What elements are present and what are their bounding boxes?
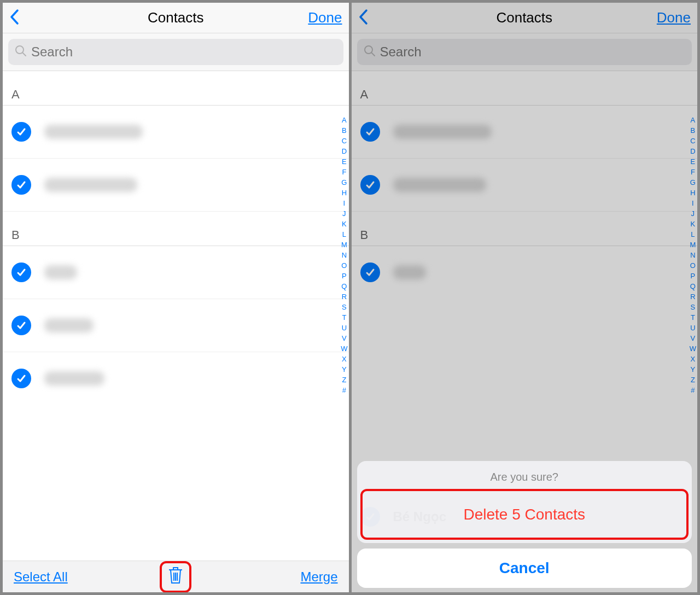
- contact-list[interactable]: AB ABCDEFGHIJKLMNOPQRSTUVWXYZ#: [3, 71, 349, 561]
- search-bar: [3, 33, 349, 71]
- alpha-index-letter[interactable]: F: [341, 167, 347, 177]
- alpha-index-letter[interactable]: W: [341, 343, 347, 354]
- checkmark-icon[interactable]: [11, 316, 31, 335]
- toolbar: Select All Merge: [3, 561, 349, 592]
- alpha-index-letter[interactable]: F: [690, 167, 696, 177]
- alpha-index-letter[interactable]: Q: [690, 281, 696, 291]
- trash-icon[interactable]: [167, 565, 184, 588]
- alpha-index-letter[interactable]: D: [341, 146, 347, 156]
- alpha-index-letter[interactable]: Z: [690, 375, 696, 385]
- search-field[interactable]: [8, 39, 343, 65]
- contact-row[interactable]: [3, 352, 349, 405]
- alpha-index-letter[interactable]: X: [341, 354, 347, 364]
- alpha-index-letter[interactable]: J: [690, 208, 696, 219]
- alpha-index-letter[interactable]: I: [341, 198, 347, 208]
- alpha-index-letter[interactable]: O: [341, 260, 347, 271]
- alpha-index-letter[interactable]: I: [690, 198, 696, 208]
- back-icon[interactable]: [9, 9, 20, 27]
- alpha-index-letter[interactable]: #: [690, 385, 696, 395]
- alpha-index-letter[interactable]: H: [341, 188, 347, 198]
- alpha-index-letter[interactable]: C: [690, 136, 696, 146]
- alpha-index-letter[interactable]: Z: [341, 375, 347, 385]
- alpha-index-letter[interactable]: #: [341, 385, 347, 395]
- contact-row[interactable]: [3, 246, 349, 299]
- cancel-button[interactable]: Cancel: [357, 549, 692, 588]
- alpha-index-letter[interactable]: V: [341, 333, 347, 343]
- alpha-index-letter[interactable]: N: [690, 250, 696, 260]
- alpha-index-letter[interactable]: E: [690, 156, 696, 167]
- alpha-index-letter[interactable]: G: [690, 177, 696, 188]
- alpha-index-letter[interactable]: M: [690, 240, 696, 250]
- select-all-button[interactable]: Select All: [14, 569, 68, 585]
- alpha-index-letter[interactable]: S: [690, 302, 696, 312]
- contact-name-blurred: [44, 371, 104, 386]
- alpha-index-letter[interactable]: S: [341, 302, 347, 312]
- alpha-index-letter[interactable]: R: [690, 291, 696, 302]
- alpha-index-letter[interactable]: P: [341, 271, 347, 281]
- contact-name-blurred: [44, 178, 137, 192]
- alpha-index-letter[interactable]: M: [341, 240, 347, 250]
- alpha-index-letter[interactable]: W: [690, 343, 696, 354]
- alpha-index-letter[interactable]: J: [341, 208, 347, 219]
- contact-row[interactable]: [3, 106, 349, 159]
- done-button[interactable]: Done: [308, 9, 342, 26]
- alpha-index-letter[interactable]: E: [341, 156, 347, 167]
- alpha-index-letter[interactable]: D: [690, 146, 696, 156]
- done-button: Done: [657, 9, 691, 26]
- contact-name-blurred: [393, 178, 486, 192]
- alpha-index-letter[interactable]: K: [690, 219, 696, 229]
- contact-row[interactable]: [3, 159, 349, 212]
- contact-name-blurred: [393, 265, 426, 279]
- alpha-index-letter[interactable]: H: [690, 188, 696, 198]
- alpha-index-letter[interactable]: Y: [341, 364, 347, 375]
- alpha-index-letter[interactable]: T: [690, 312, 696, 323]
- alpha-index-letter[interactable]: A: [341, 115, 347, 125]
- action-sheet-title: Are you sure?: [357, 461, 692, 489]
- checkmark-icon[interactable]: [360, 122, 380, 142]
- alpha-index-letter[interactable]: G: [341, 177, 347, 188]
- alpha-index-letter[interactable]: L: [690, 229, 696, 240]
- alpha-index-letter[interactable]: A: [690, 115, 696, 125]
- alpha-index-letter[interactable]: P: [690, 271, 696, 281]
- delete-contacts-button[interactable]: Delete 5 Contacts: [363, 491, 687, 538]
- svg-line-1: [23, 53, 26, 56]
- action-sheet-group: Are you sure? Delete 5 Contacts: [357, 461, 692, 543]
- checkmark-icon[interactable]: [11, 262, 31, 282]
- contact-name-blurred: [44, 125, 143, 139]
- checkmark-icon[interactable]: [11, 122, 31, 142]
- section-header: B: [352, 212, 698, 246]
- section-header: B: [3, 212, 349, 246]
- alpha-index-letter[interactable]: B: [690, 125, 696, 136]
- alpha-index-letter[interactable]: X: [690, 354, 696, 364]
- alpha-index-letter[interactable]: V: [690, 333, 696, 343]
- alpha-index-letter[interactable]: Y: [690, 364, 696, 375]
- alpha-index-letter[interactable]: U: [341, 323, 347, 333]
- contact-row[interactable]: [3, 299, 349, 352]
- alpha-index-letter[interactable]: B: [341, 125, 347, 136]
- checkmark-icon[interactable]: [11, 175, 31, 195]
- alpha-index-letter[interactable]: T: [341, 312, 347, 323]
- contact-row: [352, 246, 698, 299]
- alpha-index-letter[interactable]: U: [690, 323, 696, 333]
- merge-button[interactable]: Merge: [300, 569, 337, 585]
- search-bar: [352, 33, 698, 71]
- back-icon: [358, 9, 369, 27]
- section-header: A: [3, 71, 349, 106]
- alpha-index-letter[interactable]: C: [341, 136, 347, 146]
- search-input[interactable]: [31, 44, 337, 60]
- checkmark-icon[interactable]: [360, 175, 380, 195]
- alpha-index[interactable]: ABCDEFGHIJKLMNOPQRSTUVWXYZ#: [341, 115, 347, 395]
- svg-line-6: [371, 53, 375, 56]
- alpha-index-letter[interactable]: O: [690, 260, 696, 271]
- contact-row: [352, 159, 698, 212]
- alpha-index-letter[interactable]: Q: [341, 281, 347, 291]
- alpha-index: ABCDEFGHIJKLMNOPQRSTUVWXYZ#: [690, 115, 696, 395]
- alpha-index-letter[interactable]: N: [341, 250, 347, 260]
- alpha-index-letter[interactable]: K: [341, 219, 347, 229]
- checkmark-icon[interactable]: [11, 369, 31, 388]
- search-input: [380, 44, 686, 60]
- alpha-index-letter[interactable]: L: [341, 229, 347, 240]
- checkmark-icon[interactable]: [360, 262, 380, 282]
- delete-button-highlight: [160, 561, 191, 593]
- alpha-index-letter[interactable]: R: [341, 291, 347, 302]
